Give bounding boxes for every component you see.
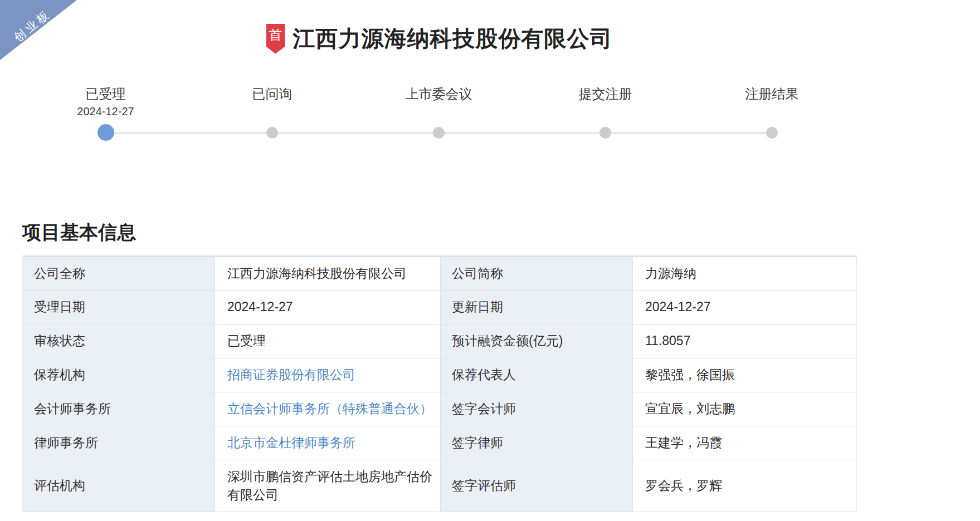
- step-label: 注册结果: [745, 85, 799, 105]
- row-label: 公司全称: [23, 257, 215, 291]
- step-dot: [599, 127, 611, 139]
- row-value: 力源海纳: [633, 257, 857, 291]
- table-row: 保荐机构 招商证券股份有限公司 保荐代表人 黎强强，徐国振: [23, 358, 857, 392]
- section-title: 项目基本信息: [22, 220, 980, 245]
- step-label: 提交注册: [579, 85, 632, 105]
- row-label: 签字会计师: [441, 392, 633, 426]
- row-value: 宣宜辰，刘志鹏: [633, 392, 857, 426]
- step-label: 已问询: [252, 85, 292, 105]
- accounting-firm-link[interactable]: 立信会计师事务所（特殊普通合伙）: [227, 401, 432, 416]
- table-row: 会计师事务所 立信会计师事务所（特殊普通合伙） 签字会计师 宣宜辰，刘志鹏: [23, 392, 857, 426]
- row-value: 罗会兵，罗辉: [633, 460, 857, 512]
- row-label: 公司简称: [441, 257, 633, 291]
- step-label: 已受理: [86, 85, 126, 105]
- row-label: 更新日期: [441, 291, 633, 325]
- row-label: 评估机构: [23, 460, 215, 512]
- step-dot: [766, 127, 778, 139]
- row-value: 11.8057: [633, 325, 857, 358]
- row-label: 签字律师: [441, 426, 633, 460]
- row-value: 2024-12-27: [633, 291, 857, 325]
- row-label: 保荐代表人: [441, 358, 633, 392]
- row-value: 已受理: [215, 325, 441, 358]
- row-label: 审核状态: [23, 325, 215, 358]
- step-dot: [433, 127, 445, 139]
- first-issue-badge-icon: 首: [266, 24, 285, 54]
- table-row: 律师事务所 北京市金杜律师事务所 签字律师 王建学，冯霞: [23, 426, 857, 460]
- row-value: 黎强强，徐国振: [633, 358, 857, 392]
- step-dot-active: [97, 124, 114, 141]
- row-label: 预计融资金额(亿元): [441, 325, 633, 358]
- page-header: 首 江西力源海纳科技股份有限公司: [0, 0, 879, 54]
- row-label: 会计师事务所: [23, 392, 215, 426]
- table-row: 评估机构 深圳市鹏信资产评估土地房地产估价有限公司 签字评估师 罗会兵，罗辉: [23, 460, 857, 512]
- row-value: 王建学，冯霞: [633, 426, 857, 460]
- table-row: 公司全称 江西力源海纳科技股份有限公司 公司简称 力源海纳: [23, 257, 857, 291]
- step-label: 上市委会议: [406, 85, 472, 105]
- project-info-table: 公司全称 江西力源海纳科技股份有限公司 公司简称 力源海纳 受理日期 2024-…: [22, 255, 857, 512]
- table-row: 审核状态 已受理 预计融资金额(亿元) 11.8057: [23, 325, 857, 358]
- row-value: 深圳市鹏信资产评估土地房地产估价有限公司: [215, 460, 441, 512]
- row-label: 受理日期: [23, 291, 215, 325]
- row-label: 签字评估师: [441, 460, 633, 512]
- step-dot: [266, 127, 278, 139]
- row-label: 保荐机构: [23, 358, 215, 392]
- table-row: 受理日期 2024-12-27 更新日期 2024-12-27: [23, 291, 857, 325]
- row-value: 江西力源海纳科技股份有限公司: [215, 257, 441, 291]
- company-title: 江西力源海纳科技股份有限公司: [293, 23, 613, 54]
- step-date: 2024-12-27: [77, 105, 134, 123]
- row-label: 律师事务所: [23, 426, 215, 460]
- sponsor-link[interactable]: 招商证券股份有限公司: [227, 367, 355, 382]
- row-value: 2024-12-27: [215, 291, 441, 325]
- law-firm-link[interactable]: 北京市金杜律师事务所: [227, 435, 355, 450]
- review-progress-stepper: 已受理 2024-12-27 已问询 上市委会议 提交注册 注册结果: [22, 85, 855, 142]
